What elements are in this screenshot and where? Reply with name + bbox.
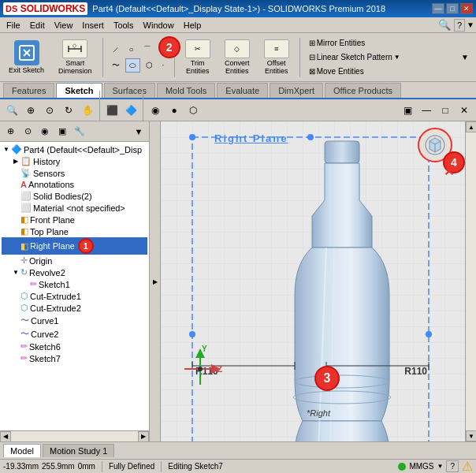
linear-pattern-button[interactable]: ⊟ Linear Sketch Pattern ▼ [305,51,404,63]
lp-btn-1[interactable]: ⊕ [2,124,18,140]
toolbar-expand[interactable]: ▼ [457,51,473,63]
smart-dimension-button[interactable]: ◇ SmartDimension [53,36,98,79]
spline-tool[interactable]: 〜 [108,58,124,73]
tree-front-plane[interactable]: ◧ Front Plane [2,214,147,225]
tree-origin[interactable]: ✛ Origin [2,255,147,266]
root-expand[interactable]: ▼ [2,146,11,153]
scroll-left[interactable]: ◀ [0,431,11,442]
tree-top-plane[interactable]: ◧ Top Plane [2,225,147,237]
tab-surfaces[interactable]: Surfaces [104,83,155,98]
bottom-tab-motion[interactable]: Motion Study 1 [43,444,114,457]
window-controls[interactable]: — □ ✕ [432,3,473,14]
lp-btn-5[interactable]: 🔧 [72,124,87,140]
revolve2-expand[interactable]: ▼ [11,269,20,276]
tree-scrollbar-h[interactable]: ◀ ▶ [0,430,149,441]
solid-bodies-icon: ⬜ [20,191,32,201]
tree-cut-extrude2[interactable]: ⬡ Cut-Extrude2 [2,302,147,314]
tree-curve2[interactable]: 〜 Curve2 [2,327,147,341]
material-label: Material <not specified> [33,203,125,213]
t2-btn-d[interactable]: ✕ [456,102,473,119]
menu-help[interactable]: Help [179,19,206,32]
menu-view[interactable]: View [50,19,78,32]
help-button[interactable]: ? [446,460,459,472]
scroll-track-v[interactable] [466,132,476,430]
tree-right-plane[interactable]: ◧ Right Plane 1 [2,237,147,255]
panel-collapse-button[interactable]: ▶ [150,121,161,441]
close-button[interactable]: ✕ [460,3,473,14]
menu-tools[interactable]: Tools [109,19,139,32]
svg-rect-18 [325,141,359,163]
tree-sketch1[interactable]: ✏ Sketch1 [2,278,147,290]
offset-entities-button[interactable]: ≡ OffsetEntities [258,36,295,79]
sensors-label: Sensors [33,169,65,178]
scroll-down[interactable]: ▼ [466,430,476,441]
lp-filter[interactable]: ▼ [131,124,147,140]
minimize-button[interactable]: — [432,3,444,14]
close-plane-button[interactable]: ✕ [444,164,454,179]
lp-btn-3[interactable]: ◉ [37,124,53,140]
scroll-track-h[interactable] [11,431,138,441]
trim-entities-button[interactable]: ✂ TrimEntities [180,36,216,79]
shadows-on[interactable]: ● [165,102,183,119]
tree-history[interactable]: ▶ 📋 History [2,155,147,167]
tree-annotations[interactable]: A Annotations [2,179,147,190]
tree-revolve2[interactable]: ▼ ↻ Revolve2 [2,266,147,278]
history-expand[interactable]: ▶ [11,158,20,165]
expand-icon[interactable]: ▼ [467,20,474,29]
menu-window[interactable]: Window [139,19,179,32]
t2-btn-c[interactable]: □ [437,102,454,119]
t2-btn-b[interactable]: — [418,102,435,119]
zoom-area[interactable]: ⊙ [41,102,58,119]
canvas-area[interactable]: Right Plane [161,121,476,441]
rotate-view[interactable]: ↻ [60,102,77,119]
tab-mold-tools[interactable]: Mold Tools [157,83,215,98]
tab-dimxpert[interactable]: DimXpert [270,83,323,98]
tree-root[interactable]: ▼ 🔷 Part4 (Default<<Default>_Disp [2,143,147,155]
lp-btn-2[interactable]: ⊙ [20,124,35,140]
tree-sensors[interactable]: 📡 Sensors [2,167,147,179]
tree-material[interactable]: ⬜ Material <not specified> [2,202,147,214]
scroll-right[interactable]: ▶ [138,431,149,442]
scroll-up[interactable]: ▲ [466,121,476,132]
axis-indicator: Y Z [177,345,224,394]
circle-tool[interactable]: ○ [125,43,138,57]
zoom-to-fit[interactable]: ⊕ [22,102,39,119]
dropdown-arrow[interactable]: ▼ [394,54,400,61]
section-view[interactable]: ⬡ [184,102,202,119]
polygon-tool[interactable]: ⬡ [142,58,157,73]
arc-tool[interactable]: ⌒ [139,43,155,57]
mirror-entities-button[interactable]: ⊞ Mirror Entities [305,37,404,49]
maximize-button[interactable]: □ [446,3,459,14]
tree-solid-bodies[interactable]: ⬜ Solid Bodies(2) [2,190,147,202]
tab-features[interactable]: Features [3,83,54,98]
point-tool[interactable]: · [158,58,169,73]
search-icon[interactable]: 🔍 [438,19,451,31]
units-arrow[interactable]: ▼ [437,463,444,470]
view-zoom-in[interactable]: 🔍 [3,102,20,119]
bottom-tab-model[interactable]: Model [3,444,41,457]
display-style[interactable]: ◉ [147,102,164,119]
tree-curve1[interactable]: 〜 Curve1 [2,314,147,327]
tree-sketch6[interactable]: ✏ Sketch6 [2,341,147,352]
standard-views[interactable]: ⬛ [103,102,121,119]
menu-insert[interactable]: Insert [77,19,109,32]
view-orient[interactable]: 🔷 [122,102,139,119]
move-entities-button[interactable]: ⊠ Move Entities [305,65,404,77]
t2-btn-a[interactable]: ▣ [399,102,416,119]
canvas-scrollbar-v[interactable]: ▲ ▼ [465,121,476,441]
svg-point-16 [189,331,195,337]
lp-btn-4[interactable]: ▣ [54,124,70,140]
ellipse-tool[interactable]: ⬭ [125,58,140,73]
line-tool[interactable]: ⟋ [108,43,124,57]
question-icon[interactable]: ? [454,19,465,32]
menu-file[interactable]: File [2,19,25,32]
tab-sketch[interactable]: Sketch [56,83,102,98]
tab-office-products[interactable]: Office Products [325,83,401,98]
menu-edit[interactable]: Edit [25,19,50,32]
tab-evaluate[interactable]: Evaluate [217,83,268,98]
tree-sketch7[interactable]: ✏ Sketch7 [2,352,147,364]
exit-sketch-button[interactable]: Exit Sketch [3,36,50,79]
tree-cut-extrude1[interactable]: ⬡ Cut-Extrude1 [2,290,147,302]
convert-entities-button[interactable]: ◇ ConvertEntities [219,36,255,79]
pan-view[interactable]: ✋ [79,102,96,119]
